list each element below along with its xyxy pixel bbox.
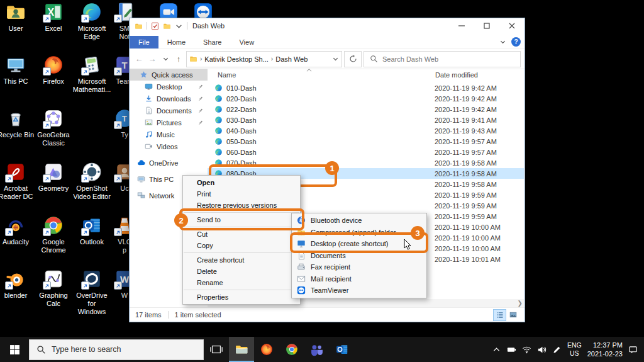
desktop-icon-blender[interactable]: blender: [0, 268, 35, 300]
taskbar-button-teams[interactable]: [304, 337, 330, 362]
shortcut-arrow-icon: [81, 281, 89, 290]
desktop-icon-excel[interactable]: XExcel: [34, 1, 73, 33]
send-to-item-teamviewer[interactable]: TeamViewer: [292, 285, 426, 297]
pen-icon[interactable]: [552, 345, 562, 354]
wifi-icon[interactable]: [522, 345, 531, 354]
desktop-icon-acrobat-reader-dc[interactable]: Acrobat Reader DC: [0, 161, 35, 201]
taskbar-search-input[interactable]: Type here to search: [29, 339, 204, 360]
desktop-icon-recycle-bin[interactable]: Recycle Bin: [0, 108, 35, 139]
clock-time: 12:37 PM: [587, 341, 623, 349]
send-to-item-mail-recipient[interactable]: Mail recipient: [292, 273, 426, 285]
desktop-icon-graphing-calc[interactable]: Graphing Calc: [34, 268, 73, 308]
context-menu-item-print[interactable]: Print: [183, 188, 300, 200]
tab-home[interactable]: Home: [158, 36, 194, 48]
file-row[interactable]: 010-Dash2020-11-19 9:42 AM: [208, 82, 524, 93]
address-box[interactable]: › Kativik Desktop Sh... › Dash Web: [186, 51, 342, 67]
qat-customize-chevron-icon[interactable]: [175, 22, 183, 30]
close-button[interactable]: [499, 18, 525, 33]
cloud-icon: [137, 159, 145, 167]
sidebar-item-desktop[interactable]: Desktop: [130, 81, 208, 93]
taskbar-button-outlook[interactable]: [330, 337, 355, 362]
breadcrumb-current[interactable]: Dash Web: [275, 55, 308, 63]
desktop-icon-this-pc[interactable]: This PC: [0, 54, 35, 86]
context-menu-item-open[interactable]: Open: [183, 177, 300, 188]
forward-icon[interactable]: →: [147, 52, 158, 66]
geogebra-icon: [43, 108, 64, 129]
desktop-icon-label: Audacity: [3, 238, 29, 246]
refresh-button[interactable]: [344, 51, 362, 67]
address-dropdown-chevron-icon[interactable]: [332, 55, 339, 62]
context-menu-item-delete[interactable]: Delete: [183, 266, 300, 277]
shortcut-arrow-icon: [5, 281, 13, 290]
context-menu-item-rename[interactable]: Rename: [183, 277, 300, 288]
clock-date: 2021-02-23: [587, 349, 623, 358]
context-menu-item-copy[interactable]: Copy: [183, 240, 300, 251]
annotation-badge-1: 1: [325, 161, 339, 175]
tab-view[interactable]: View: [230, 36, 263, 48]
recent-locations-chevron-icon[interactable]: [160, 52, 171, 66]
context-menu-item-properties[interactable]: Properties: [183, 291, 300, 303]
start-button[interactable]: [0, 337, 29, 362]
desktop-icon-user[interactable]: User: [0, 1, 35, 33]
pc-icon: [137, 175, 145, 183]
sidebar-item-quick-access[interactable]: Quick access: [130, 69, 208, 81]
language-indicator[interactable]: ENG US: [567, 341, 582, 358]
file-name: 022-Dash: [226, 106, 435, 113]
desktop-icon-geometry[interactable]: Geometry: [34, 161, 73, 193]
send-to-item-bluetooth-device[interactable]: Bluetooth device: [292, 215, 426, 227]
up-icon[interactable]: ↑: [173, 52, 184, 66]
outlook-icon: [81, 215, 103, 236]
acrobat-icon: [5, 161, 26, 183]
ribbon-expand-chevron-icon[interactable]: [499, 38, 506, 45]
file-row[interactable]: 022-Dash2020-11-19 9:42 AM: [208, 104, 524, 115]
sidebar-item-downloads[interactable]: Downloads: [130, 93, 208, 105]
taskbar-button-task-view[interactable]: [204, 337, 229, 362]
taskbar-button-chrome[interactable]: [279, 337, 304, 362]
desktop-icon-audacity[interactable]: Audacity: [0, 215, 35, 246]
divider: [187, 22, 187, 30]
search-input[interactable]: Search Dash Web: [364, 51, 521, 67]
help-icon[interactable]: ?: [511, 37, 521, 47]
sidebar-item-documents[interactable]: Documents: [130, 105, 208, 116]
scroll-right-arrow-icon[interactable]: ❯: [518, 300, 523, 307]
action-center-icon[interactable]: [628, 345, 638, 354]
breadcrumb-parent[interactable]: Kativik Desktop Sh...: [204, 55, 269, 63]
column-header-date-modified[interactable]: Date modified: [435, 71, 478, 79]
tray-expand-chevron-icon[interactable]: [492, 345, 501, 354]
column-header-name[interactable]: Name: [218, 71, 236, 79]
clock[interactable]: 12:37 PM 2021-02-23: [587, 341, 623, 359]
file-row[interactable]: 030-Dash2020-11-19 9:41 AM: [208, 115, 524, 125]
file-row[interactable]: 020-Dash2020-11-19 9:42 AM: [208, 93, 524, 104]
maximize-button[interactable]: [474, 18, 499, 33]
battery-icon[interactable]: [507, 345, 516, 354]
sidebar-item-videos[interactable]: Videos: [130, 140, 208, 152]
tab-share[interactable]: Share: [194, 36, 230, 48]
thumbnails-view-button[interactable]: [507, 310, 519, 320]
sidebar-item-onedrive[interactable]: OneDrive: [130, 157, 208, 169]
file-row[interactable]: 060-Dash2020-11-19 9:57 AM: [208, 147, 524, 157]
back-icon[interactable]: ←: [133, 52, 145, 66]
edge-file-icon: [214, 116, 223, 124]
desktop-icon-google-chrome[interactable]: Google Chrome: [34, 215, 73, 254]
menu-item-label: Print: [197, 190, 211, 198]
context-menu-item-create-shortcut[interactable]: Create shortcut: [183, 254, 300, 266]
new-folder-icon[interactable]: [163, 22, 171, 30]
minimize-button[interactable]: [449, 18, 474, 33]
desktop-icon-label: Outlook: [80, 238, 104, 246]
file-row[interactable]: 040-Dash2020-11-19 9:43 AM: [208, 125, 524, 136]
desktop-icon-geogebra-classic[interactable]: GeoGebra Classic: [34, 108, 73, 147]
file-row[interactable]: 050-Dash2020-11-19 9:57 AM: [208, 136, 524, 147]
taskbar-button-file-explorer[interactable]: [229, 337, 254, 362]
volume-icon[interactable]: [537, 345, 547, 354]
pin-icon: [197, 120, 204, 126]
sidebar-item-pictures[interactable]: Pictures: [130, 116, 208, 128]
taskbar-button-firefox[interactable]: [254, 337, 279, 362]
details-view-button[interactable]: [494, 310, 506, 320]
folder-icon: [135, 22, 143, 30]
properties-check-icon[interactable]: [151, 22, 159, 30]
sidebar-item-music[interactable]: Music: [130, 128, 208, 140]
send-to-item-fax-recipient[interactable]: Fax recipient: [292, 261, 426, 273]
desktop-icon-firefox[interactable]: Firefox: [34, 54, 73, 86]
tab-file[interactable]: File: [130, 36, 158, 48]
shortcut-arrow-icon: [43, 228, 51, 236]
